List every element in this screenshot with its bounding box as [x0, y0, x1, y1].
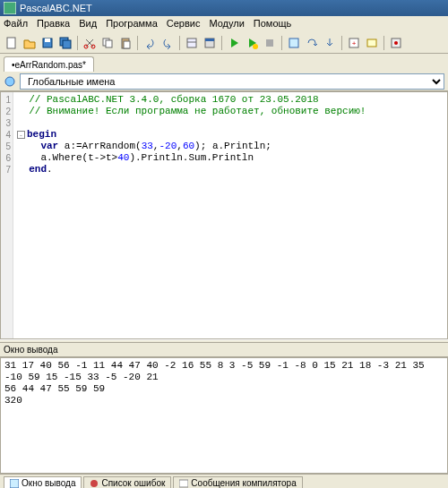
window-title: PascalABC.NET [20, 3, 92, 13]
new-file-icon[interactable] [4, 35, 20, 51]
stop-icon[interactable] [262, 35, 278, 51]
scope-bar: Глобальные имена [0, 72, 448, 91]
svg-point-23 [394, 41, 398, 45]
run-noargs-icon[interactable] [244, 35, 260, 51]
code-editor[interactable]: 1234567 // PascalABC.NET 3.4.0, сборка 1… [0, 91, 448, 339]
menu-view[interactable]: Вид [79, 18, 97, 30]
menu-modules[interactable]: Модули [209, 18, 244, 30]
menu-file[interactable]: Файл [4, 18, 28, 30]
tab-messages[interactable]: Сообщения компилятора [173, 476, 302, 488]
svg-rect-1 [7, 38, 15, 48]
undo-icon[interactable] [142, 35, 158, 51]
bottom-tabs: Окно вывода Список ошибок Сообщения комп… [0, 474, 448, 488]
new-form-icon[interactable]: + [346, 35, 362, 51]
svg-rect-9 [106, 40, 112, 47]
menu-edit[interactable]: Правка [37, 18, 70, 30]
svg-rect-27 [179, 480, 188, 487]
svg-rect-0 [4, 2, 16, 14]
editor-tabs: •eArrRandom.pas* [0, 54, 448, 72]
compile-icon[interactable] [286, 35, 302, 51]
app-icon [4, 2, 16, 14]
svg-rect-3 [45, 39, 50, 42]
svg-point-16 [253, 44, 258, 49]
props-icon[interactable] [184, 35, 200, 51]
title-bar: PascalABC.NET [0, 0, 448, 16]
output-panel: 31 17 40 56 -1 11 44 47 40 -2 16 55 8 3 … [0, 357, 448, 474]
save-icon[interactable] [39, 35, 56, 51]
menu-help[interactable]: Помощь [254, 18, 292, 30]
save-all-icon[interactable] [57, 35, 73, 51]
scope-icon [4, 75, 16, 88]
run-icon[interactable] [226, 35, 242, 51]
designer-icon[interactable] [388, 35, 404, 51]
menu-service[interactable]: Сервис [167, 18, 201, 30]
output-header: Окно вывода [0, 343, 448, 357]
svg-rect-12 [187, 39, 196, 47]
open-file-icon[interactable] [22, 35, 38, 51]
svg-rect-21 [367, 39, 376, 47]
svg-rect-25 [10, 479, 19, 488]
svg-rect-18 [289, 39, 298, 47]
menu-bar: Файл Правка Вид Программа Сервис Модули … [0, 16, 448, 32]
svg-point-26 [90, 480, 98, 487]
step-over-icon[interactable] [304, 35, 320, 51]
step-into-icon[interactable] [322, 35, 338, 51]
svg-rect-5 [63, 40, 71, 48]
paste-icon[interactable] [117, 35, 134, 51]
output-tab-icon [10, 479, 19, 488]
toolbar: + [0, 32, 448, 54]
menu-program[interactable]: Программа [106, 18, 158, 30]
tab-label: •eArrRandom.pas* [12, 60, 86, 70]
scope-select[interactable]: Глобальные имена [20, 73, 444, 90]
tab-errors[interactable]: Список ошибок [83, 476, 171, 488]
svg-rect-11 [124, 41, 130, 48]
errors-tab-icon [90, 479, 99, 488]
svg-rect-17 [266, 39, 273, 47]
svg-rect-15 [205, 39, 214, 41]
tab-output[interactable]: Окно вывода [4, 476, 82, 488]
code-area[interactable]: // PascalABC.NET 3.4.0, сборка 1670 от 2… [13, 92, 447, 338]
redo-icon[interactable] [159, 35, 176, 51]
line-gutter: 1234567 [1, 92, 13, 338]
svg-point-24 [5, 77, 14, 86]
forms-icon[interactable] [202, 35, 218, 51]
cut-icon[interactable] [82, 35, 98, 51]
copy-icon[interactable] [99, 35, 116, 51]
file-tab[interactable]: •eArrRandom.pas* [4, 56, 94, 72]
messages-tab-icon [179, 479, 188, 488]
module-icon[interactable] [364, 35, 380, 51]
svg-text:+: + [352, 39, 357, 47]
